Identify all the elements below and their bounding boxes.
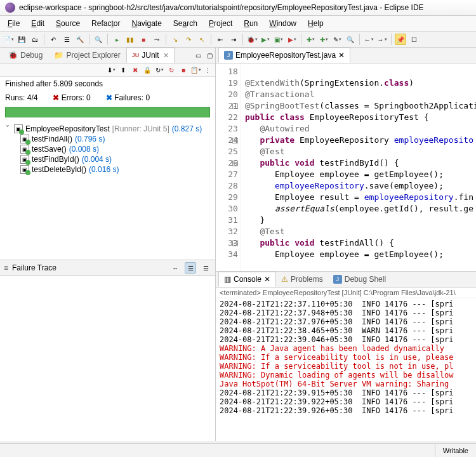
step-over-button[interactable]: ↷ [183,34,194,45]
test-name: testFindById() [32,155,79,164]
menu-run[interactable]: Run [239,17,263,30]
rerun-failed-button[interactable]: ↻ [166,65,176,75]
tab-explorer-label: Project Explorer [66,51,120,60]
build-button[interactable]: 🔨 [74,34,86,45]
junit-toolbar: ⬇ ⬆ ✖ 🔒 ↻ ↻ ■ 📋 ⋮ [0,63,215,77]
runs-counter: Runs: 4/4 [5,93,37,102]
tab-console[interactable]: ▥Console✕ [218,272,276,287]
tab-problems[interactable]: ⚠Problems [276,272,328,286]
tab-project-explorer[interactable]: 📁Project Explorer [48,48,126,63]
menu-search[interactable]: Search [168,17,202,30]
failure-icon: ✖ [106,93,112,102]
menu-source[interactable]: Source [51,17,85,30]
tab-junit[interactable]: JUJUnit✕ [126,48,175,63]
step-filters-button[interactable]: ⇥ [228,34,239,45]
maximize-view-button[interactable]: ▢ [204,50,215,61]
filter-trace-button[interactable]: ☰ [185,262,196,274]
view-menu-button[interactable]: ⋮ [202,65,213,75]
suspend-button[interactable]: ▮▮ [124,34,136,45]
back-button[interactable]: ← [363,34,374,45]
menu-window[interactable]: Window [264,17,301,30]
coverage-button[interactable]: ▣ [273,34,284,45]
test-pass-icon: ▣ [14,124,23,133]
folder-icon: 📁 [54,51,63,60]
failure-trace-icon: ≡ [4,263,8,272]
next-failure-button[interactable]: ⬇ [106,65,116,75]
menu-edit[interactable]: Edit [26,17,50,30]
toggle-button[interactable]: ☰ [61,34,72,45]
runner-label: [Runner: JUnit 5] [112,124,169,133]
editor-tab[interactable]: J EmployeeRepositoryTest.java ✕ [218,48,350,63]
run-button[interactable]: ▶ [260,34,271,45]
perspective-button[interactable]: ☐ [408,34,420,45]
stop-junit-button[interactable]: ■ [178,65,188,75]
close-icon[interactable]: ✕ [163,51,169,60]
save-button[interactable]: 💾 [16,34,27,45]
tab-debug-shell[interactable]: JDebug Shell [328,272,391,286]
terminate-button[interactable]: ■ [138,34,149,45]
expand-icon[interactable]: ˅ [4,124,11,133]
menu-navigate[interactable]: Navigate [126,17,166,30]
rerun-button[interactable]: ↻ [154,65,164,75]
debug-button[interactable]: 🐞 [246,34,258,45]
resume-button[interactable]: ▸ [111,34,122,45]
title-bar: eclipse-workspace - springboot-h2/src/te… [0,0,476,16]
status-bar: Writable [0,443,476,457]
new-package-button[interactable]: ✚ [318,34,329,45]
run-last-button[interactable]: ▶ [286,34,298,45]
scroll-lock-button[interactable]: 🔒 [142,65,152,75]
junit-icon: JU [132,52,140,58]
open-type-button[interactable]: 🔍 [93,34,104,45]
prev-failure-button[interactable]: ⬆ [118,65,128,75]
separator [359,34,360,45]
step-return-button[interactable]: ↖ [196,34,208,45]
tree-test-row[interactable]: ▣testDeleteById() (0.016 s) [3,164,213,175]
menu-project[interactable]: Project [204,17,237,30]
separator [242,34,243,45]
separator [44,34,44,45]
test-time: (0.008 s) [69,145,99,154]
tree-suite-row[interactable]: ˅ ▣ EmployeeRepositoryTest [Runner: JUni… [3,124,213,134]
drop-frame-button[interactable]: ⇤ [215,34,226,45]
tree-test-row[interactable]: ▣testFindById() (0.004 s) [3,154,213,164]
history-button[interactable]: 📋 [190,65,201,75]
tree-test-row[interactable]: ▣testSave() (0.008 s) [3,144,213,154]
minimize-view-button[interactable]: ▭ [192,50,204,61]
search-toolbar-button[interactable]: 🔍 [345,34,356,45]
separator [107,34,108,45]
menu-refactor[interactable]: Refactor [86,17,125,30]
new-java-class-button[interactable]: ✚ [305,34,316,45]
tab-console-label: Console [234,275,261,284]
junit-progress-bar [5,107,210,117]
junit-tree[interactable]: ˅ ▣ EmployeeRepositoryTest [Runner: JUni… [0,120,215,260]
close-icon[interactable]: ✕ [338,51,345,60]
new-button[interactable]: 📄 [3,34,14,45]
window-title: eclipse-workspace - springboot-h2/src/te… [19,3,424,12]
code-area[interactable]: @ExtendWith(SpringExtension.class)@Trans… [241,63,476,271]
suite-time: (0.827 s) [172,124,202,133]
save-all-button[interactable]: 🗂 [29,34,41,45]
compare-button[interactable]: ↔ [169,262,181,274]
bottom-view-tabs: ▥Console✕ ⚠Problems JDebug Shell [216,271,476,288]
undo-button[interactable]: ↶ [48,34,59,45]
left-view-tabs: 🐞Debug 📁Project Explorer JUJUnit✕ ▭ ▢ [0,48,215,63]
line-gutter[interactable]: 181920−212223−2425−26272829303132−3334 [216,63,241,271]
close-icon[interactable]: ✕ [264,275,270,284]
junit-status: Finished after 5.809 seconds [0,77,215,91]
bug-icon: 🐞 [8,51,18,60]
right-panel: J EmployeeRepositoryTest.java ✕ 181920−2… [216,48,476,441]
menu-help[interactable]: Help [303,17,329,30]
tab-debug[interactable]: 🐞Debug [3,48,48,63]
pin-button[interactable]: 📌 [395,34,406,45]
java-file-icon: J [224,51,233,60]
trace-menu-button[interactable]: ☰ [200,262,211,274]
tree-test-row[interactable]: ▣testFindAll() (0.796 s) [3,134,213,144]
menu-file[interactable]: File [3,17,25,30]
forward-button[interactable]: → [376,34,388,45]
show-failures-button[interactable]: ✖ [130,65,140,75]
disconnect-button[interactable]: ⤳ [151,34,162,45]
open-task-button[interactable]: ✎ [331,34,343,45]
step-into-button[interactable]: ↘ [169,34,181,45]
code-editor[interactable]: 181920−212223−2425−26272829303132−3334 @… [216,63,476,271]
console-output[interactable]: 2024-08-21T21:22:37.110+05:30 INFO 14176… [216,298,476,441]
